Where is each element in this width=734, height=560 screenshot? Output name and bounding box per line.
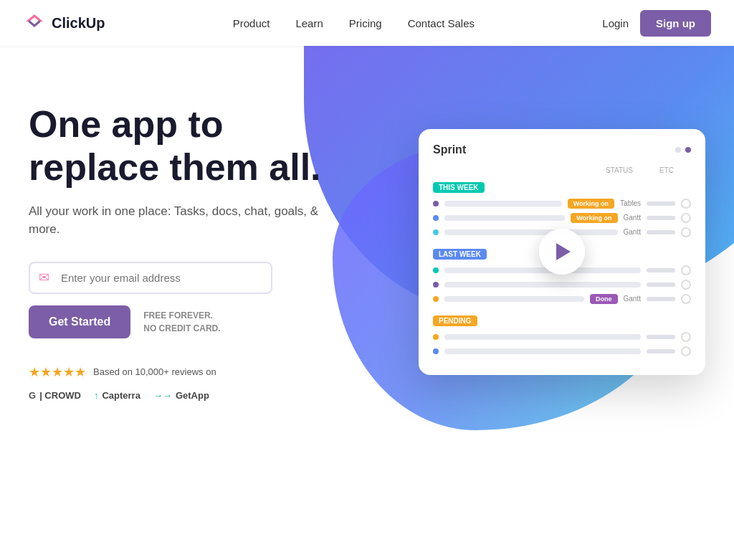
get-started-button[interactable]: Get Started [29, 305, 130, 338]
task-circle [681, 227, 691, 237]
capterra-icon: ↑ [94, 390, 99, 401]
capterra-label: Capterra [102, 390, 140, 401]
logo-text: ClickUp [52, 15, 105, 32]
getapp-icon: →→ [153, 390, 172, 401]
task-bar [444, 334, 641, 340]
task-bar [444, 348, 641, 354]
task-dot [433, 201, 439, 207]
task-bar [444, 229, 618, 235]
play-button[interactable] [539, 229, 585, 275]
task-mini-bar [647, 297, 675, 301]
task-dot [433, 348, 439, 354]
signup-button[interactable]: Sign up [640, 10, 711, 37]
badges-row: G | CROWD ↑ Capterra →→ GetApp [29, 390, 344, 401]
task-bar [444, 215, 565, 221]
task-row [433, 280, 691, 290]
task-extra: Tables [620, 199, 641, 207]
task-dot [433, 229, 439, 235]
nav-links: Product Learn Pricing Contact Sales [233, 17, 475, 29]
task-badge: Working on [568, 199, 614, 209]
task-circle [681, 332, 691, 342]
task-mini-bar [647, 283, 675, 287]
task-row: Done Gantt [433, 294, 691, 304]
task-circle [681, 213, 691, 223]
task-row: Working on Gantt [433, 213, 691, 223]
task-badge: Done [590, 294, 618, 304]
reviews-row: ★★★★★ Based on 10,000+ reviews on [29, 364, 344, 380]
task-bar [444, 267, 641, 273]
task-dot [433, 267, 439, 273]
sprint-controls [675, 147, 691, 153]
task-badge: Working on [571, 213, 617, 223]
logo[interactable]: ClickUp [23, 11, 105, 34]
hero-section: One app to replace them all. All your wo… [0, 0, 734, 560]
task-row [433, 332, 691, 342]
task-mini-bar [647, 268, 675, 272]
free-note: FREE FOREVER. NO CREDIT CARD. [143, 309, 220, 335]
clickup-logo-icon [23, 11, 46, 34]
task-mini-bar [647, 216, 675, 220]
play-triangle-icon [556, 243, 571, 260]
task-mini-bar [647, 230, 675, 234]
task-dot [433, 215, 439, 221]
navbar: ClickUp Product Learn Pricing Contact Sa… [0, 0, 734, 46]
review-text: Based on 10,000+ reviews on [93, 366, 216, 377]
ctrl-dot-1 [675, 147, 681, 153]
getapp-label: GetApp [176, 390, 209, 401]
task-mini-bar [647, 201, 675, 206]
email-input-row: ✉ [29, 262, 272, 294]
hero-heading-line2: replace them all. [29, 146, 321, 188]
section-last-week: LAST WEEK [433, 249, 487, 260]
task-circle [681, 199, 691, 209]
hero-heading: One app to replace them all. [29, 103, 344, 189]
email-input[interactable] [58, 263, 271, 293]
task-bar [444, 201, 562, 207]
task-circle [681, 280, 691, 290]
col-header-etc: ETC [645, 166, 688, 174]
task-dot [433, 296, 439, 302]
badge-getapp: →→ GetApp [153, 390, 209, 401]
free-note-line1: FREE FOREVER. [143, 309, 220, 322]
nav-link-product[interactable]: Product [233, 17, 270, 29]
col-header-status: STATUS [598, 166, 641, 174]
task-circle [681, 294, 691, 304]
email-icon: ✉ [30, 270, 58, 285]
login-button[interactable]: Login [602, 17, 629, 29]
badge-gcrowd: G | CROWD [29, 390, 81, 401]
task-dot [433, 282, 439, 288]
hero-heading-line1: One app to [29, 103, 224, 145]
star-rating: ★★★★★ [29, 364, 86, 380]
gcrowd-label: | CROWD [39, 390, 81, 401]
task-extra: Gantt [624, 228, 641, 236]
nav-link-learn[interactable]: Learn [295, 17, 323, 29]
sprint-title-text: Sprint [433, 143, 466, 156]
sprint-card-header: Sprint [433, 143, 691, 156]
task-extra: Gantt [624, 214, 641, 222]
hero-subtext: All your work in one place: Tasks, docs,… [29, 202, 344, 239]
ctrl-dot-2 [685, 147, 691, 153]
task-extra: Gantt [624, 295, 641, 303]
nav-actions: Login Sign up [602, 10, 711, 37]
task-row [433, 346, 691, 356]
badge-capterra: ↑ Capterra [94, 390, 140, 401]
task-mini-bar [647, 335, 675, 339]
section-pending: PENDING [433, 315, 477, 326]
cta-row: Get Started FREE FOREVER. NO CREDIT CARD… [29, 305, 344, 338]
gcrowd-icon: G [29, 390, 36, 401]
task-row: Working on Tables [433, 199, 691, 209]
hero-right: Sprint STATUS ETC THIS WEEK Working on [419, 129, 705, 375]
nav-link-pricing[interactable]: Pricing [349, 17, 382, 29]
task-bar [444, 296, 584, 302]
task-dot [433, 334, 439, 340]
free-note-line2: NO CREDIT CARD. [143, 322, 220, 335]
task-circle [681, 346, 691, 356]
task-circle [681, 265, 691, 275]
col-headers: STATUS ETC [433, 166, 691, 174]
nav-link-contact[interactable]: Contact Sales [408, 17, 475, 29]
hero-left: One app to replace them all. All your wo… [29, 103, 344, 401]
task-mini-bar [647, 349, 675, 353]
sprint-card: Sprint STATUS ETC THIS WEEK Working on [419, 129, 705, 375]
task-bar [444, 282, 641, 288]
section-this-week: THIS WEEK [433, 182, 485, 193]
